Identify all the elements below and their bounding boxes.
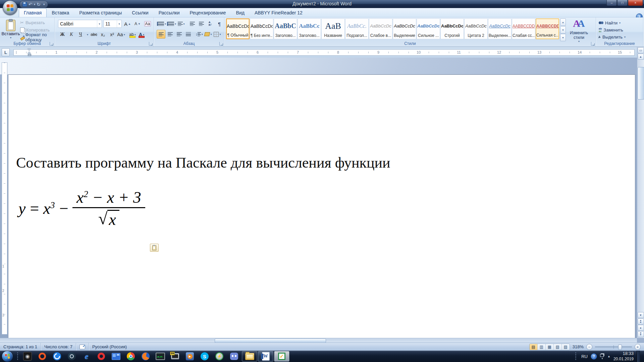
fullscreen-reading-view-button[interactable]: ▥ — [538, 344, 546, 350]
strikethrough-button[interactable]: abc — [90, 30, 98, 39]
clear-formatting-button[interactable]: Аа — [143, 19, 152, 28]
office-button[interactable] — [3, 0, 17, 15]
find-button[interactable]: Найти ▾ — [599, 19, 643, 26]
language-indicator[interactable]: RU — [581, 354, 588, 359]
gallery-scroll-up-button[interactable]: ▲ — [560, 18, 566, 26]
subscript-button[interactable]: x₂ — [99, 30, 107, 39]
font-dialog-launcher[interactable] — [149, 42, 153, 46]
taskbar-origin-icon[interactable] — [35, 351, 50, 361]
style-card[interactable]: AaBНазвание — [321, 18, 345, 39]
tab-references[interactable]: Ссылки — [127, 8, 153, 17]
taskbar-firefox-icon[interactable] — [138, 351, 153, 361]
decrease-indent-button[interactable] — [188, 19, 197, 28]
tab-selector-button[interactable]: L — [2, 48, 10, 56]
tab-abbyy-finereader[interactable]: ABBYY FineReader 12 — [250, 8, 308, 17]
style-card[interactable]: AABBCCDDСлабая сс... — [512, 18, 535, 39]
chevron-down-icon[interactable]: ▾ — [97, 20, 102, 27]
maximize-button[interactable]: □ — [617, 0, 628, 6]
style-card[interactable]: AaBbCcDcВыделение — [393, 18, 416, 39]
save-icon[interactable] — [22, 2, 27, 7]
select-button[interactable]: Выделить ▾ — [599, 34, 643, 41]
style-card[interactable]: AaBbCc.Подзагол... — [345, 18, 369, 39]
style-card[interactable]: AABBCCDDСильная с... — [536, 18, 559, 39]
taskbar-checkapp-button[interactable]: ✓ — [274, 351, 289, 362]
taskbar-display-settings-icon[interactable] — [109, 351, 123, 361]
taskbar-media-player-icon[interactable]: ▶ — [182, 351, 197, 361]
word-count-status[interactable]: Число слов: 7 — [41, 343, 76, 351]
font-size-combo[interactable]: 11 ▾ — [103, 20, 122, 28]
ruler-toggle-button[interactable]: ▭ — [638, 47, 644, 53]
taskbar-daemon-tools-icon[interactable]: ⚡ — [212, 351, 227, 361]
zoom-slider[interactable] — [595, 347, 632, 347]
gallery-scroll-down-button[interactable]: ▼ — [560, 26, 566, 34]
vertical-scroll-thumb[interactable] — [638, 67, 644, 100]
print-layout-view-button[interactable]: ▤ — [530, 344, 538, 350]
language-status[interactable]: Русский (Россия) — [89, 343, 130, 351]
font-color-button[interactable]: А▾ — [137, 30, 146, 39]
style-card[interactable]: AaBbCcDcСильное ... — [417, 18, 440, 39]
shading-button[interactable]: ▾ — [204, 30, 213, 39]
select-browse-object-button[interactable]: ● — [638, 325, 644, 331]
replace-button[interactable]: abac Заменить — [599, 26, 643, 34]
italic-button[interactable]: К — [67, 30, 76, 39]
taskbar-discord-icon[interactable] — [227, 351, 241, 361]
style-card[interactable]: AaBbCcDc¶ Без инте... — [250, 18, 273, 39]
taskbar-internet-explorer-icon[interactable]: e — [79, 351, 94, 361]
horizontal-scrollbar[interactable] — [0, 338, 637, 343]
taskbar-monitoring-icon[interactable] — [153, 351, 168, 361]
tray-help-icon[interactable]: ? — [591, 353, 597, 360]
zoom-in-button[interactable]: + — [635, 344, 641, 350]
tab-view[interactable]: Вид — [231, 8, 250, 17]
sort-button[interactable]: АЯ ↓ — [206, 19, 215, 28]
bold-button[interactable]: Ж — [58, 30, 67, 39]
page-number-status[interactable]: Страница: 1 из 1 — [0, 343, 41, 351]
taskbar-skype-icon[interactable]: S — [197, 351, 212, 361]
zoom-level[interactable]: 318% — [573, 344, 584, 349]
zoom-slider-thumb[interactable] — [618, 345, 622, 350]
underline-button[interactable]: Ч — [76, 30, 85, 39]
taskbar-uplay-icon[interactable] — [50, 351, 64, 361]
tab-review[interactable]: Рецензирование — [185, 8, 231, 17]
previous-page-button[interactable]: ▲▲ — [638, 318, 644, 324]
taskbar-steam-icon[interactable] — [64, 351, 79, 361]
bullets-button[interactable]: ▾ — [157, 19, 166, 28]
paragraph-dialog-launcher[interactable] — [219, 42, 223, 46]
show-desktop-button[interactable] — [637, 351, 640, 362]
paste-button[interactable]: Вставить ▾ — [2, 19, 19, 42]
undo-dropdown-icon[interactable]: ▾ — [34, 3, 36, 6]
minimize-button[interactable]: – — [606, 0, 617, 6]
clipboard-dialog-launcher[interactable] — [50, 42, 53, 46]
change-case-button[interactable]: Аа▾ — [117, 30, 125, 39]
outline-view-button[interactable]: ▧ — [554, 344, 562, 350]
horizontal-ruler[interactable]: 1 2 3 4 5 6 7 8 9 10 11 12 13 14 15 — [13, 49, 635, 56]
style-card[interactable]: AaBbCcDcЦитата 2 — [464, 18, 488, 39]
vertical-ruler[interactable]: 1 2 3 — [2, 62, 7, 335]
superscript-button[interactable]: x² — [108, 30, 116, 39]
tray-restore-icon[interactable]: ▾ — [600, 353, 604, 360]
taskbar-nvidia-icon[interactable]: ◉ — [20, 351, 35, 361]
first-line-indent-marker[interactable] — [28, 49, 31, 51]
hanging-indent-marker[interactable] — [28, 52, 31, 54]
scroll-up-button[interactable]: ▲ — [638, 54, 644, 60]
scroll-down-button[interactable]: ▼ — [638, 312, 644, 318]
undo-button[interactable]: ↶ — [29, 2, 33, 7]
clock[interactable]: 18:33 20.01.2019 — [613, 351, 634, 361]
close-button[interactable]: × — [628, 0, 643, 6]
gallery-more-button[interactable]: ▼ — [560, 34, 566, 41]
styles-dialog-launcher[interactable] — [591, 42, 595, 46]
style-card[interactable]: AaBbCcЗаголово... — [298, 18, 321, 39]
borders-button[interactable]: ▾ — [213, 30, 222, 39]
next-page-button[interactable]: ▼▼ — [638, 331, 644, 337]
style-card[interactable]: AaBbCЗаголово... — [274, 18, 297, 39]
cut-button[interactable]: ✂ Вырезать — [20, 19, 54, 25]
justify-button[interactable] — [184, 30, 193, 39]
font-family-combo[interactable]: Calibri ▾ — [58, 20, 102, 28]
highlight-button[interactable]: ab▾ — [128, 30, 137, 39]
left-indent-marker[interactable] — [28, 54, 31, 56]
draft-view-button[interactable]: ▨ — [562, 344, 570, 350]
paste-options-smart-tag[interactable] — [150, 244, 159, 252]
increase-indent-button[interactable] — [197, 19, 206, 28]
web-layout-view-button[interactable]: ▦ — [546, 344, 554, 350]
spellcheck-status[interactable] — [76, 343, 89, 351]
redo-button[interactable]: ↻ — [37, 2, 41, 7]
